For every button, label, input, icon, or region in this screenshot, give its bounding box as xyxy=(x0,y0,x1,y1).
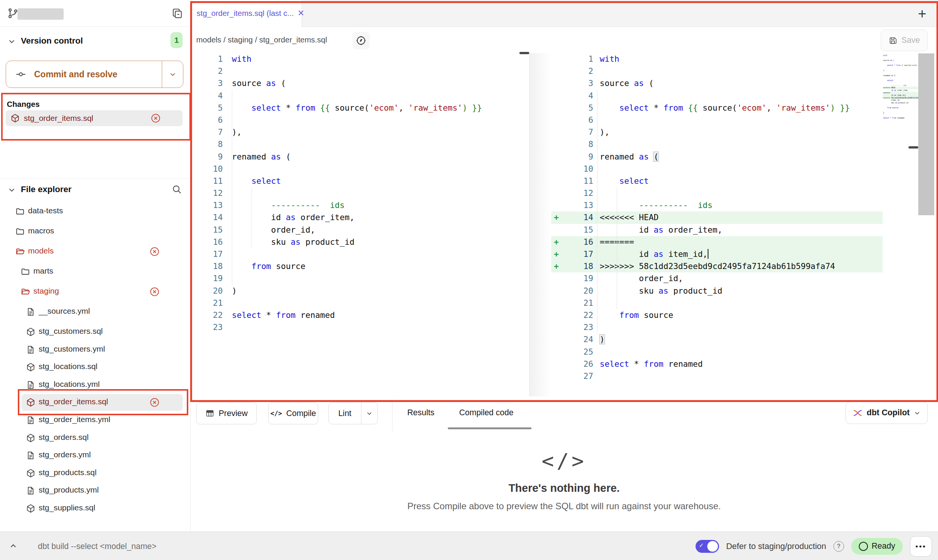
preview-button[interactable]: Preview xyxy=(196,402,257,424)
code-line-5[interactable]: 5 select * from {{ source('ecom', 'raw_i… xyxy=(190,102,529,114)
code-line-10[interactable] xyxy=(883,77,918,79)
file-tree-item-stg-supplies-sql[interactable]: stg_supplies.sql xyxy=(0,500,190,517)
file-tree-item-models[interactable]: models xyxy=(0,243,190,260)
code-line-7[interactable]: 7), xyxy=(190,126,529,138)
code-line-16[interactable]: 16 sku as product_id xyxy=(190,236,529,248)
lint-options-chevron[interactable] xyxy=(361,410,377,417)
scroll-position-indicator[interactable] xyxy=(908,146,918,149)
code-line-4[interactable]: 4 xyxy=(551,90,883,102)
code-line-2[interactable]: 2 xyxy=(551,65,883,77)
code-editor-right-pane[interactable]: 1with23source as (45 select * from {{ so… xyxy=(551,53,883,396)
new-tab-button[interactable]: + xyxy=(914,5,930,22)
commit-options-chevron[interactable] xyxy=(162,70,183,78)
code-line-8[interactable]: 8 xyxy=(551,138,883,150)
file-tree-item-data-tests[interactable]: data-tests xyxy=(0,203,190,220)
file-tree-item-macros[interactable]: macros xyxy=(0,223,190,240)
discard-change-icon[interactable] xyxy=(149,246,160,258)
code-line-27[interactable] xyxy=(883,119,918,122)
compile-button[interactable]: </> Compile xyxy=(268,402,318,424)
code-line-3[interactable]: 3source as ( xyxy=(190,77,529,89)
file-tree-item-stg-order-items-yml[interactable]: stg_order_items.yml xyxy=(0,412,190,429)
code-line-14[interactable]: 14 id as order_item, xyxy=(190,211,529,224)
command-input[interactable] xyxy=(37,537,607,555)
code-line-18[interactable]: +18>>>>>>> 58c1dd23d5eebd9cd2495fa7124ab… xyxy=(551,260,883,272)
code-line-10[interactable]: 10 xyxy=(190,163,529,175)
file-tree-item-stg-products-sql[interactable]: stg_products.sql xyxy=(0,465,190,482)
discard-change-icon[interactable] xyxy=(149,397,160,409)
file-tree-item-stg-orders-sql[interactable]: stg_orders.sql xyxy=(0,430,190,446)
code-line-19[interactable]: 19 xyxy=(190,272,529,285)
lineage-compass-icon[interactable] xyxy=(352,32,370,49)
code-line-6[interactable]: 6 xyxy=(551,114,883,126)
save-button[interactable]: Save xyxy=(881,30,928,51)
discard-change-icon[interactable] xyxy=(149,286,160,299)
file-explorer-header[interactable]: File explorer xyxy=(21,185,72,194)
left-scrollbar-thumb[interactable] xyxy=(519,52,529,54)
code-line-22[interactable]: 22 from source xyxy=(551,309,883,321)
file-tree-item-stg-customers-yml[interactable]: stg_customers.yml xyxy=(0,341,190,358)
code-line-19[interactable]: 19 order_id, xyxy=(551,272,883,285)
tab-compiled-code[interactable]: Compiled code xyxy=(459,408,513,418)
changed-file-item[interactable]: stg_order_items.sql xyxy=(6,110,183,126)
code-line-26[interactable]: 26select * from renamed xyxy=(551,358,883,370)
code-line-23[interactable]: 23 xyxy=(190,321,529,333)
copy-docs-icon[interactable] xyxy=(171,8,183,20)
code-line-11[interactable]: select xyxy=(883,79,918,82)
code-line-18[interactable]: 18 from source xyxy=(190,260,529,272)
file-tree-item-stg-locations-sql[interactable]: stg_locations.sql xyxy=(0,359,190,375)
code-line-7[interactable]: ), xyxy=(883,69,918,72)
dbt-copilot-button[interactable]: dbt Copilot xyxy=(846,402,928,424)
code-line-13[interactable]: 13 ---------- ids xyxy=(190,199,529,211)
help-icon[interactable]: ? xyxy=(833,541,844,552)
code-line-21[interactable] xyxy=(883,104,918,107)
file-tree-item-stg-orders-yml[interactable]: stg_orders.yml xyxy=(0,447,190,464)
code-line-23[interactable]: 23 xyxy=(551,321,883,333)
code-line-4[interactable]: 4 xyxy=(190,90,529,102)
defer-toggle[interactable]: ✓ xyxy=(696,540,719,553)
code-line-20[interactable]: 20 sku as product_id xyxy=(551,285,883,297)
file-tree-item-marts[interactable]: marts xyxy=(0,263,190,280)
code-line-1[interactable]: 1with xyxy=(190,53,529,65)
code-line-15[interactable]: 15 id as order_item, xyxy=(551,224,883,236)
code-line-6[interactable]: 6 xyxy=(190,114,529,126)
code-line-24[interactable]: 24) xyxy=(551,333,883,346)
code-line-4[interactable] xyxy=(883,62,918,64)
discard-change-icon[interactable] xyxy=(150,113,161,124)
chevron-down-icon[interactable] xyxy=(7,37,16,46)
lint-button[interactable]: Lint xyxy=(328,402,378,424)
file-tree-item-stg-customers-sql[interactable]: stg_customers.sql xyxy=(0,324,190,340)
code-line-1[interactable]: 1with xyxy=(551,53,883,65)
code-line-9[interactable]: 9renamed as ( xyxy=(190,151,529,163)
code-line-14[interactable]: +14<<<<<<< HEAD xyxy=(551,211,883,224)
code-line-17[interactable]: +17 id as item_id, xyxy=(551,248,883,260)
code-line-22[interactable]: 22select * from renamed xyxy=(190,309,529,321)
code-line-25[interactable]: 25 xyxy=(551,346,883,358)
tab-results[interactable]: Results xyxy=(407,408,435,418)
code-line-5[interactable]: 5 select * from {{ source('ecom', 'raw_i… xyxy=(551,102,883,114)
minimap[interactable]: withsource as ( select * from {{ source(… xyxy=(883,54,918,145)
code-line-9[interactable]: 9renamed as ( xyxy=(551,151,883,163)
version-control-header[interactable]: Version control xyxy=(21,36,83,46)
close-tab-icon[interactable]: ✕ xyxy=(297,8,304,18)
code-line-10[interactable]: 10 xyxy=(551,163,883,175)
code-line-1[interactable]: with xyxy=(883,54,918,57)
code-line-11[interactable]: 11 select xyxy=(551,175,883,187)
file-tree-item-staging[interactable]: staging xyxy=(0,283,190,300)
code-editor-left-pane[interactable]: 1with23source as (45 select * from {{ so… xyxy=(190,53,529,396)
code-line-13[interactable]: 13 ---------- ids xyxy=(551,199,883,211)
expand-panel-chevron-icon[interactable] xyxy=(8,541,18,551)
code-line-12[interactable]: 12 xyxy=(190,187,529,199)
file-tree-item-stg-products-yml[interactable]: stg_products.yml xyxy=(0,482,190,499)
chevron-down-icon[interactable] xyxy=(7,185,16,194)
code-line-11[interactable]: 11 select xyxy=(190,175,529,187)
code-line-24[interactable]: ) xyxy=(883,112,918,114)
code-line-17[interactable]: id as item_id, xyxy=(883,94,918,97)
code-line-17[interactable]: 17 xyxy=(190,248,529,260)
file-tree-item-stg-locations-yml[interactable]: stg_locations.yml xyxy=(0,377,190,393)
code-line-8[interactable]: 8 xyxy=(190,138,529,150)
tab-stg-order-items[interactable]: stg_order_items.sql (last c... ✕ xyxy=(190,0,302,27)
editor-scrollbar[interactable] xyxy=(918,53,934,215)
file-tree-item-stg-order-items-sql[interactable]: stg_order_items.sql xyxy=(0,394,190,411)
file-tree-item--sources-yml[interactable]: __sources.yml xyxy=(0,303,190,320)
code-line-3[interactable]: 3source as ( xyxy=(551,77,883,89)
